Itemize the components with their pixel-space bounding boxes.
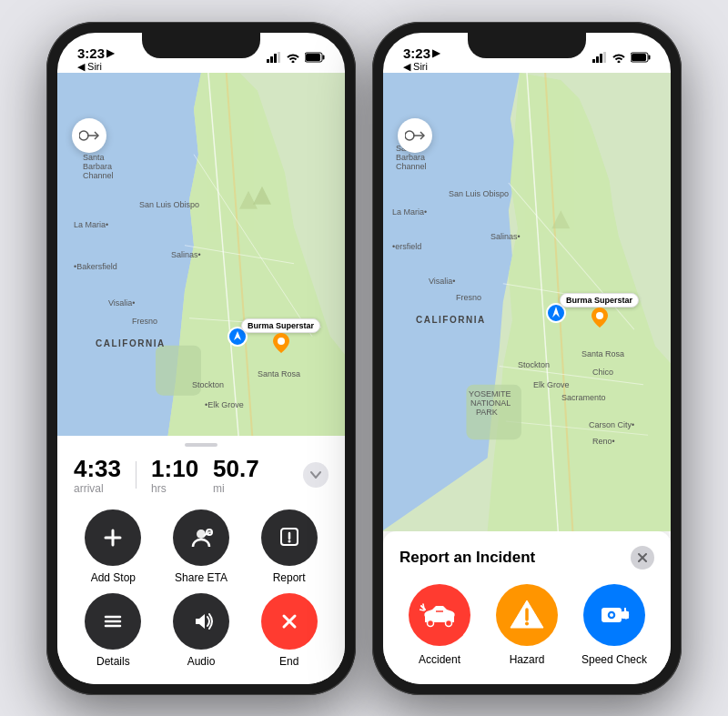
- map-label-r-stockton: Stockton: [518, 360, 550, 369]
- accident-label: Accident: [419, 653, 460, 666]
- svg-point-52: [446, 620, 452, 626]
- end-btn[interactable]: End: [249, 593, 329, 668]
- svg-rect-6: [323, 55, 325, 60]
- back-btn-right[interactable]: [398, 118, 432, 153]
- details-icon: [85, 593, 141, 650]
- incident-grid: Accident Hazard: [399, 584, 654, 666]
- bottom-panel-left: 4:33 arrival 1:10 hrs 50.7 mi: [57, 436, 345, 684]
- map-label-r-california: CALIFORNIA: [416, 315, 486, 325]
- close-report-btn[interactable]: [631, 546, 654, 570]
- map-label-r-yosemite3: PARK: [476, 408, 498, 417]
- arrival-info: 4:33 arrival: [74, 456, 121, 495]
- map-label-r-salinas: Salinas•: [490, 232, 521, 241]
- hazard-btn[interactable]: Hazard: [487, 584, 567, 666]
- report-btn[interactable]: Report: [249, 509, 329, 584]
- audio-btn[interactable]: Audio: [162, 593, 241, 668]
- svg-rect-35: [632, 54, 646, 61]
- svg-rect-0: [267, 59, 269, 63]
- hrs-info: 1:10 hrs: [151, 456, 198, 495]
- hrs-value: 1:10: [151, 456, 198, 482]
- dest-bubble-right: Burma Superstar: [560, 293, 639, 308]
- accident-icon: [409, 584, 470, 646]
- map-label-r-yosemite2: NATIONAL: [470, 398, 511, 408]
- svg-point-51: [428, 620, 434, 626]
- add-stop-btn[interactable]: Add Stop: [74, 509, 153, 584]
- signal-icon-right: [592, 52, 607, 66]
- chevron-btn[interactable]: [303, 462, 329, 488]
- battery-icon-left: [305, 52, 325, 66]
- details-btn[interactable]: Details: [74, 593, 153, 668]
- speed-check-label: Speed Check: [581, 653, 647, 666]
- svg-line-54: [423, 604, 424, 609]
- signal-icon-left: [267, 52, 281, 66]
- dist-info: 50.7 mi: [213, 456, 259, 495]
- speed-check-btn[interactable]: Speed Check: [574, 584, 654, 666]
- nav-info-left: 4:33 arrival 1:10 hrs 50.7 mi: [57, 447, 345, 502]
- report-icon: [261, 509, 318, 566]
- map-label-bakersfield: •Bakersfield: [74, 262, 117, 271]
- map-label-elkgrove: •Elk Grove: [205, 400, 244, 409]
- wifi-icon-right: [612, 52, 626, 66]
- map-label-santarosa: Santa Rosa: [258, 369, 300, 378]
- map-label-california: CALIFORNIA: [96, 338, 166, 348]
- siri-label-right: ◀ Siri: [403, 61, 440, 73]
- battery-icon-right: [631, 52, 651, 66]
- map-label-r-chico: Chico: [592, 368, 613, 377]
- map-label-fresno: Fresno: [132, 317, 157, 326]
- add-stop-icon: [85, 509, 141, 566]
- map-label-visalia: Visalia•: [108, 298, 136, 308]
- map-label-r-lamaria: La Maria•: [392, 207, 427, 217]
- arrival-label: arrival: [74, 482, 121, 495]
- map-label-r-yosemite1: YOSEMITE: [469, 389, 511, 398]
- action-grid: Add Stop Share: [57, 502, 345, 684]
- dest-pin-left: Burma Superstar: [241, 318, 320, 353]
- time-right: 3:23: [403, 45, 430, 61]
- arrival-time: 4:33: [74, 456, 121, 482]
- report-panel: Report an Incident: [383, 531, 671, 684]
- svg-point-20: [197, 529, 206, 539]
- status-icons-left: [267, 52, 325, 66]
- status-icons-right: [592, 52, 651, 66]
- svg-point-16: [79, 131, 88, 140]
- map-label-r-bakersfield: •ersfield: [392, 242, 421, 251]
- phone-left-inner: 3:23 ▶ ◀ Siri: [57, 33, 345, 684]
- map-label-r-fresno: Fresno: [456, 293, 481, 302]
- phone-right: 3:23 ▶ ◀ Siri: [372, 22, 682, 695]
- svg-point-47: [405, 131, 414, 140]
- svg-rect-36: [649, 55, 651, 60]
- share-eta-btn[interactable]: Share ETA: [162, 509, 241, 584]
- end-icon: [261, 593, 318, 650]
- svg-point-57: [525, 621, 529, 625]
- notch-right: [468, 33, 586, 58]
- hazard-icon: [496, 584, 558, 646]
- map-label-salinas: Salinas•: [171, 250, 201, 259]
- svg-rect-30: [592, 59, 595, 63]
- map-label-r-sacramento: Sacramento: [561, 393, 606, 402]
- share-eta-icon: [173, 509, 229, 566]
- hrs-label: hrs: [151, 482, 198, 495]
- audio-label: Audio: [187, 655, 216, 668]
- map-label-stockton: Stockton: [192, 380, 224, 389]
- end-label: End: [279, 655, 298, 668]
- speed-check-icon: [583, 584, 645, 646]
- map-label-r-elkgrove: Elk Grove: [533, 380, 570, 389]
- svg-rect-1: [270, 56, 273, 63]
- svg-point-46: [596, 312, 603, 319]
- accident-btn[interactable]: Accident: [399, 584, 480, 666]
- svg-point-24: [288, 540, 290, 542]
- map-label-r-santarosa: Santa Rosa: [581, 349, 624, 358]
- phone-right-inner: 3:23 ▶ ◀ Siri: [383, 33, 671, 684]
- add-stop-label: Add Stop: [91, 571, 136, 584]
- wifi-icon-left: [286, 52, 300, 66]
- share-eta-label: Share ETA: [175, 571, 228, 584]
- svg-rect-32: [600, 54, 602, 63]
- map-label-r-carsoncity: Carson City•: [589, 420, 634, 429]
- phones-container: 3:23 ▶ ◀ Siri: [28, 4, 700, 713]
- map-label-santa-barbara: SantaBarbaraChannel: [83, 153, 114, 180]
- svg-rect-3: [278, 52, 280, 63]
- map-left: SantaBarbaraChannel San Luis Obispo La M…: [57, 73, 345, 436]
- back-btn-left[interactable]: [72, 118, 106, 153]
- report-label: Report: [273, 571, 306, 584]
- dist-label: mi: [213, 482, 259, 495]
- dest-pin-right: Burma Superstar: [560, 293, 639, 328]
